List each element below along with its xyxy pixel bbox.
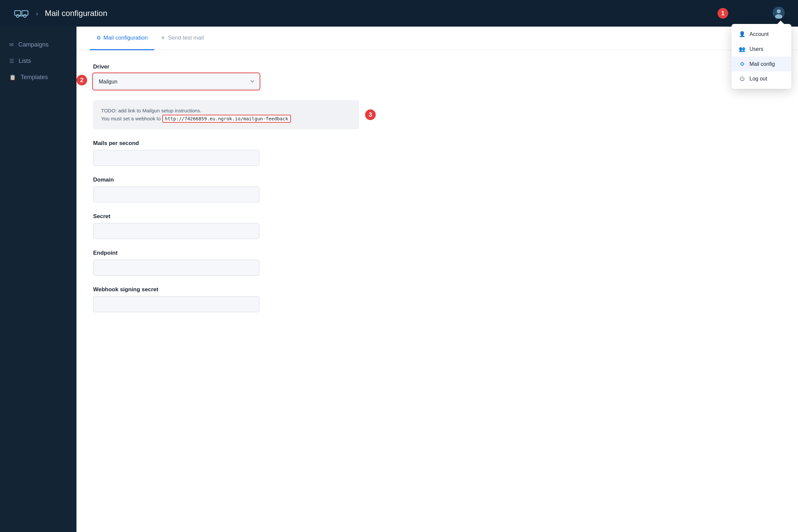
webhook-signing-secret-input[interactable]: [93, 296, 259, 312]
templates-icon: 📋: [9, 74, 16, 80]
domain-label: Domain: [93, 176, 359, 183]
tab-send-icon: ✈: [161, 35, 165, 41]
webhook-url: http://74266859.eu.ngrok.io/mailgun-feed…: [162, 115, 291, 123]
sidebar: ✉ Campaigns ☰ Lists 📋 Templates: [0, 26, 76, 532]
account-icon: 👤: [739, 31, 745, 37]
info-text-line2: You must set a webhook to http://7426685…: [101, 115, 351, 123]
app-layout: ✉ Campaigns ☰ Lists 📋 Templates ⚙ Mail c…: [0, 26, 798, 532]
tab-send-test-mail[interactable]: ✈ Send test mail: [154, 26, 210, 50]
endpoint-group: Endpoint: [93, 250, 359, 276]
users-icon: 👥: [739, 46, 745, 52]
svg-point-6: [777, 9, 781, 13]
content-card: ⚙ Mail configuration ✈ Send test mail Dr…: [76, 26, 798, 532]
dropdown-item-mail-config[interactable]: ⚙ Mail config: [732, 57, 791, 72]
driver-group: Driver Mailgun SMTP Sendgrid 2: [93, 63, 359, 90]
mails-per-second-group: Mails per second: [93, 140, 359, 166]
app-logo: [13, 5, 29, 21]
user-avatar-button[interactable]: [773, 7, 785, 20]
campaigns-icon: ✉: [9, 41, 14, 48]
annotation-1: 1: [718, 8, 728, 19]
dropdown-item-logout[interactable]: ⏻ Log out: [732, 72, 791, 86]
navbar-brand: › Mail configuration: [13, 5, 108, 21]
dropdown-item-account[interactable]: 👤 Account: [732, 26, 791, 41]
page-title: Mail configuration: [45, 8, 108, 18]
sidebar-item-templates[interactable]: 📋 Templates: [0, 69, 76, 86]
secret-label: Secret: [93, 213, 359, 220]
tab-bar: ⚙ Mail configuration ✈ Send test mail: [76, 26, 798, 50]
driver-select[interactable]: Mailgun SMTP Sendgrid: [93, 74, 259, 90]
gear-icon: ⚙: [739, 61, 745, 67]
user-dropdown-menu: 👤 Account 👥 Users ⚙ Mail config ⏻ Log ou…: [732, 24, 791, 89]
sidebar-item-campaigns[interactable]: ✉ Campaigns: [0, 37, 76, 53]
endpoint-input[interactable]: [93, 260, 259, 276]
dropdown-item-users[interactable]: 👥 Users: [732, 41, 791, 57]
domain-group: Domain: [93, 176, 359, 203]
info-text-line1: TODO: add link to Mailgun setup instruct…: [101, 107, 351, 115]
annotation-3: 3: [365, 109, 376, 120]
webhook-signing-secret-label: Webhook signing secret: [93, 286, 359, 293]
breadcrumb-chevron: ›: [36, 10, 38, 17]
webhook-signing-secret-group: Webhook signing secret: [93, 286, 359, 312]
secret-group: Secret: [93, 213, 359, 239]
svg-point-3: [24, 15, 26, 17]
domain-input[interactable]: [93, 187, 259, 203]
annotation-2: 2: [76, 75, 87, 86]
driver-select-wrapper: Mailgun SMTP Sendgrid: [93, 74, 259, 90]
mails-per-second-label: Mails per second: [93, 140, 359, 147]
navbar: › Mail configuration 👤 Account 👥 Users ⚙…: [0, 0, 798, 26]
driver-label: Driver: [93, 63, 359, 70]
form-area: Driver Mailgun SMTP Sendgrid 2 TODO: a: [76, 50, 376, 336]
tab-mail-configuration[interactable]: ⚙ Mail configuration: [90, 26, 154, 50]
info-box: TODO: add link to Mailgun setup instruct…: [93, 100, 359, 129]
mails-per-second-input[interactable]: [93, 150, 259, 166]
main-content: ⚙ Mail configuration ✈ Send test mail Dr…: [76, 26, 798, 532]
lists-icon: ☰: [9, 58, 14, 64]
sidebar-item-lists[interactable]: ☰ Lists: [0, 53, 76, 69]
power-icon: ⏻: [739, 76, 745, 82]
svg-point-2: [16, 15, 19, 17]
secret-input[interactable]: [93, 223, 259, 239]
endpoint-label: Endpoint: [93, 250, 359, 256]
tab-gear-icon: ⚙: [96, 35, 101, 41]
